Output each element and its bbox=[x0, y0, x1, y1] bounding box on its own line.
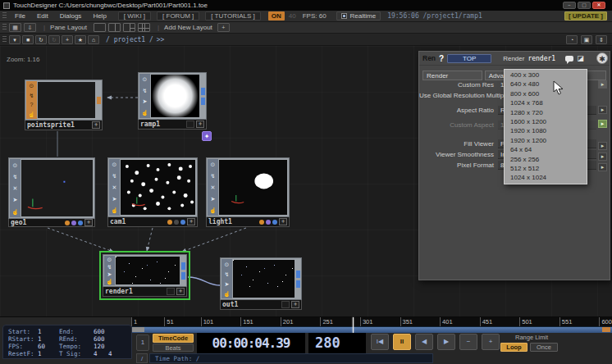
timecode-mode-button[interactable]: TimeCode bbox=[153, 334, 194, 343]
node-flag-slot[interactable] bbox=[281, 301, 290, 308]
gear-icon[interactable]: ⊙ bbox=[112, 162, 117, 167]
pause-button[interactable]: II bbox=[393, 334, 411, 350]
node-name[interactable]: cam1 bbox=[110, 218, 166, 225]
frame-increment-button[interactable]: 1 bbox=[136, 334, 149, 351]
lightning-icon[interactable]: ↯ bbox=[13, 174, 18, 180]
pane-layout-single-button[interactable] bbox=[94, 23, 106, 32]
fill-viewer-menu-arrow-icon[interactable]: ▸ bbox=[598, 142, 607, 150]
tsig-numerator[interactable]: 4 bbox=[94, 350, 98, 357]
node-expand-button[interactable]: + bbox=[196, 121, 204, 128]
step-forward-button[interactable]: + bbox=[482, 334, 500, 350]
node-name[interactable]: pointsprite1 bbox=[27, 121, 90, 129]
resolution-option[interactable]: 64 x 64 bbox=[505, 145, 587, 154]
ramp1-flag-badge[interactable]: ✦ bbox=[202, 131, 212, 141]
aspect-ratio-menu-arrow-icon[interactable]: ▸ bbox=[598, 106, 607, 114]
hand-icon[interactable]: ☝ bbox=[28, 111, 35, 117]
pane-split-icon[interactable]: ⇕ bbox=[596, 35, 607, 44]
node-flag-slot[interactable] bbox=[186, 121, 194, 128]
node-viewer[interactable] bbox=[38, 82, 95, 118]
node-out1[interactable]: ⊙ ↯ ➤ ☝ out1 + bbox=[220, 257, 302, 310]
time-path-field[interactable]: Time Path: / bbox=[149, 353, 433, 363]
refresh-icon[interactable]: ↻ bbox=[35, 35, 47, 44]
resolution-option[interactable]: 1280 x 720 bbox=[505, 108, 587, 117]
bookmark-star-icon[interactable]: ★ bbox=[75, 35, 86, 44]
render-param-value[interactable]: render1 bbox=[528, 55, 555, 62]
resolution-option[interactable]: 800 x 600 bbox=[505, 89, 587, 98]
hand-icon[interactable]: ☝ bbox=[11, 209, 19, 215]
resolution-option[interactable]: 1920 x 1200 bbox=[505, 136, 587, 145]
jump-to-start-button[interactable]: I◀ bbox=[371, 334, 389, 350]
power-toggle[interactable]: ON bbox=[268, 11, 285, 20]
close-icon[interactable]: ✕ bbox=[112, 184, 117, 190]
pickable-flag-icon[interactable] bbox=[272, 220, 277, 225]
lightning-icon[interactable]: ↯ bbox=[225, 271, 230, 277]
node-viewer[interactable] bbox=[233, 260, 295, 298]
node-output-strip[interactable] bbox=[295, 259, 300, 298]
node-name[interactable]: light1 bbox=[208, 218, 258, 225]
frame-ruler[interactable]: 1 51 101 151 201 251 301 351 401 451 501… bbox=[131, 317, 612, 326]
node-output-strip[interactable] bbox=[96, 81, 101, 119]
gear-icon[interactable]: ⊙ bbox=[107, 257, 112, 262]
stop-icon[interactable]: ■ bbox=[22, 35, 34, 44]
node-name[interactable]: out1 bbox=[222, 301, 280, 308]
display-flag-icon[interactable] bbox=[266, 220, 271, 225]
node-expand-button[interactable]: + bbox=[92, 121, 100, 129]
viewer-smoothness-menu-arrow-icon[interactable]: ▸ bbox=[598, 152, 607, 161]
drag-grip-icon[interactable] bbox=[2, 24, 7, 31]
render-flag-icon[interactable] bbox=[65, 221, 70, 225]
pane-layout-split-vertical-button[interactable] bbox=[108, 23, 121, 32]
hand-icon[interactable]: ☝ bbox=[141, 110, 148, 116]
play-reverse-button[interactable]: ◀ bbox=[415, 334, 433, 350]
gear-icon[interactable]: ⊙ bbox=[225, 262, 230, 267]
play-forward-button[interactable]: ▶ bbox=[437, 334, 455, 350]
gear-icon[interactable]: ⊙ bbox=[30, 83, 34, 89]
pickable-flag-icon[interactable] bbox=[180, 220, 185, 225]
gear-icon[interactable]: ⊙ bbox=[211, 162, 216, 167]
custom-aspect-menu-arrow-icon[interactable]: ▸ bbox=[598, 120, 607, 128]
hand-icon[interactable]: ☝ bbox=[223, 291, 231, 297]
hand-icon[interactable]: ☝ bbox=[209, 207, 217, 213]
hand-icon[interactable]: ☝ bbox=[111, 207, 118, 213]
node-geo1[interactable]: ⊙ ↯ ✕ ➤ ☝ geo1 + bbox=[8, 157, 95, 227]
settings-gear-icon[interactable]: ✱ bbox=[596, 52, 608, 64]
pane-layout-grid-button[interactable] bbox=[138, 23, 150, 32]
menu-dialogs[interactable]: Dialogs bbox=[54, 12, 88, 20]
collapse-tray-icon[interactable]: ⇩ bbox=[24, 23, 36, 32]
pixel-format-menu-arrow-icon[interactable]: ▸ bbox=[598, 163, 607, 171]
rstart-value[interactable]: 1 bbox=[38, 335, 59, 343]
loop-button[interactable]: Loop bbox=[500, 343, 528, 352]
node-render1[interactable]: ⊙ ↯ ➤ ☝ render1 + bbox=[103, 254, 187, 297]
pane-maximize-icon[interactable]: ▣ bbox=[581, 35, 592, 44]
range-end-handle[interactable] bbox=[602, 327, 610, 332]
arrow-icon[interactable]: ➤ bbox=[13, 197, 18, 202]
go-parent-icon[interactable]: ⌂ bbox=[88, 35, 99, 44]
help-icon[interactable]: ? bbox=[439, 54, 444, 63]
resolution-option[interactable]: 400 x 300 bbox=[505, 71, 587, 80]
render-flag-icon[interactable] bbox=[259, 220, 264, 225]
node-expand-button[interactable]: + bbox=[279, 218, 287, 225]
range-bar[interactable] bbox=[131, 326, 612, 333]
node-flag-slot[interactable] bbox=[167, 288, 175, 295]
maximize-button[interactable]: ▢ bbox=[578, 2, 591, 9]
breadcrumb-chevrons[interactable]: >> bbox=[157, 36, 165, 43]
frame-display[interactable]: 280 bbox=[308, 333, 366, 353]
display-flag-icon[interactable] bbox=[174, 220, 179, 225]
once-button[interactable]: Once bbox=[530, 343, 558, 352]
add-icon[interactable]: + bbox=[62, 35, 73, 44]
breadcrumb[interactable]: / project1 / bbox=[106, 36, 153, 43]
resolution-option[interactable]: 1024 x 1024 bbox=[505, 173, 587, 182]
node-viewer[interactable] bbox=[219, 160, 287, 215]
path-dropdown-icon[interactable]: ▾ bbox=[9, 35, 21, 44]
node-cam1[interactable]: ⊙ ↯ ✕ ➤ ☝ bbox=[107, 157, 198, 227]
node-viewer[interactable] bbox=[121, 160, 195, 215]
minimize-button[interactable]: − bbox=[563, 2, 576, 9]
beats-mode-button[interactable]: Beats bbox=[153, 344, 194, 352]
menu-file[interactable]: File bbox=[9, 12, 31, 20]
hand-icon[interactable]: ☝ bbox=[106, 279, 113, 284]
eraser-icon[interactable]: ◪ bbox=[577, 54, 584, 62]
gear-icon[interactable]: ⊙ bbox=[13, 162, 18, 168]
start-value[interactable]: 1 bbox=[38, 328, 59, 335]
pane-layout-split-right-button[interactable] bbox=[123, 23, 135, 32]
node-name[interactable]: geo1 bbox=[11, 219, 63, 226]
resolution-option[interactable]: 1600 x 1200 bbox=[505, 117, 587, 126]
